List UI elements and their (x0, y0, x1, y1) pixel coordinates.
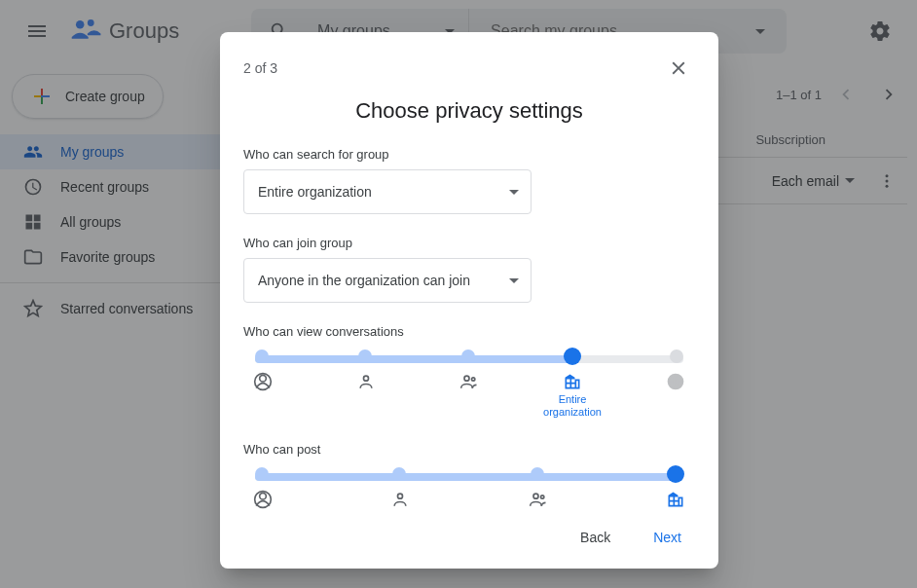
step-indicator: 2 of 3 (243, 60, 277, 76)
slider-option-web (656, 372, 695, 419)
field-label-search: Who can search for group (243, 147, 695, 162)
slider-track[interactable] (255, 464, 683, 484)
select-who-can-join[interactable]: Anyone in the organization can join (243, 258, 532, 303)
slider-who-can-view: Who can view conversations (243, 324, 695, 419)
dropdown-arrow-icon (509, 278, 519, 283)
slider-stop[interactable] (255, 349, 269, 363)
slider-stop[interactable] (531, 467, 544, 481)
slider-who-can-post: Who can post (243, 442, 695, 512)
slider-option-owners (243, 490, 282, 512)
back-button[interactable]: Back (563, 522, 628, 553)
svg-point-16 (260, 494, 267, 500)
slider-option-members (450, 372, 489, 419)
slider-option-managers (381, 490, 420, 512)
select-value: Anyone in the organization can join (258, 273, 470, 288)
modal-footer: Back Next (220, 512, 718, 569)
slider-option-members (519, 490, 558, 512)
svg-point-19 (533, 495, 538, 499)
slider-option-organization: Entire organization (656, 490, 695, 512)
slider-labels: Entire organization (243, 372, 695, 419)
svg-point-18 (398, 495, 403, 499)
privacy-settings-modal: 2 of 3 Choose privacy settings Who can s… (220, 32, 718, 569)
select-who-can-search[interactable]: Entire organization (243, 169, 532, 214)
slider-stop-disabled (670, 349, 683, 363)
field-label-join: Who can join group (243, 236, 695, 250)
slider-stop[interactable] (461, 349, 475, 363)
svg-point-12 (364, 376, 369, 381)
slider-stop-selected[interactable] (668, 466, 683, 482)
dropdown-arrow-icon (509, 190, 519, 195)
svg-point-14 (472, 378, 475, 381)
select-value: Entire organization (258, 184, 372, 200)
slider-stop-selected[interactable] (565, 349, 580, 364)
slider-track[interactable] (255, 347, 683, 366)
modal-header: 2 of 3 (220, 32, 718, 85)
modal-title: Choose privacy settings (220, 85, 718, 147)
field-label-post: Who can post (243, 442, 695, 457)
slider-stop[interactable] (392, 467, 406, 481)
slider-option-text: Entire organization (543, 393, 602, 419)
next-button[interactable]: Next (636, 522, 699, 553)
close-button[interactable] (662, 52, 695, 85)
slider-option-owners (243, 372, 282, 419)
slider-stop[interactable] (358, 349, 372, 363)
slider-labels: Entire organization (243, 490, 695, 512)
slider-option-organization: Entire organization (553, 372, 592, 419)
svg-point-13 (464, 376, 469, 381)
slider-stop[interactable] (255, 467, 269, 481)
svg-point-10 (260, 375, 267, 382)
slider-option-managers (347, 372, 385, 419)
modal-body: Who can search for group Entire organiza… (220, 147, 718, 512)
field-label-view: Who can view conversations (243, 324, 695, 339)
svg-point-20 (540, 496, 543, 498)
